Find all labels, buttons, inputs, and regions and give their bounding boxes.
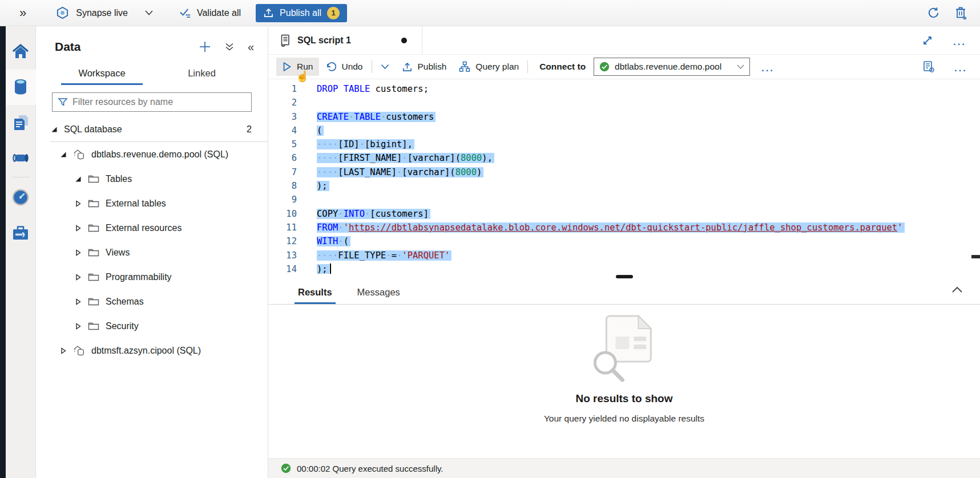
tree-item-label: External tables xyxy=(106,199,166,209)
collapsed-triangle-icon[interactable] xyxy=(74,249,82,256)
query-status-bar: 00:00:02 Query executed successfully. xyxy=(268,458,980,478)
code-line-7[interactable]: 7····[LAST_NAME]·[varchar](8000) xyxy=(268,165,980,179)
toolbar-more-options-icon[interactable]: … xyxy=(760,64,775,70)
chevron-down-icon[interactable] xyxy=(145,10,153,15)
code-token: [LAST_NAME] xyxy=(338,167,397,177)
properties-icon[interactable] xyxy=(923,60,935,73)
code-line-content[interactable] xyxy=(297,193,322,206)
code-line-content[interactable]: WITH·( xyxy=(297,234,350,248)
rail-item-home[interactable] xyxy=(6,34,36,70)
tree-item-dbtlabs-revenue-demo-pool-sql[interactable]: dbtlabs.revenue.demo.pool (SQL) xyxy=(36,142,268,167)
code-line-content[interactable]: ····FILE_TYPE·=·'PARQUET' xyxy=(297,249,451,262)
code-line-6[interactable]: 6····[FIRST_NAME]·[varchar](8000), xyxy=(268,151,980,165)
collapse-results-chevron-icon[interactable] xyxy=(951,286,963,293)
splitter-drag-handle[interactable] xyxy=(616,275,633,278)
code-line-3[interactable]: 3CREATE·TABLE·customers xyxy=(268,110,980,124)
publish-all-button[interactable]: Publish all 1 xyxy=(256,4,347,22)
tab-more-options-icon[interactable]: … xyxy=(952,38,966,43)
tab-messages[interactable]: Messages xyxy=(357,287,400,304)
double-chevron-down-icon[interactable] xyxy=(225,42,234,51)
panel-title: Data xyxy=(55,40,81,54)
rail-item-data[interactable] xyxy=(6,70,36,105)
rail-item-monitor[interactable] xyxy=(6,180,36,215)
undo-button[interactable]: Undo xyxy=(319,58,369,76)
tab-results[interactable]: Results xyxy=(298,287,332,304)
tab-sql-script-1[interactable]: SQL script 1 xyxy=(268,26,422,54)
rail-item-develop[interactable] xyxy=(6,105,36,140)
expanded-triangle-icon[interactable] xyxy=(59,151,67,158)
collapsed-triangle-icon[interactable] xyxy=(74,323,82,330)
tree-item-external-resources[interactable]: External resources xyxy=(36,216,268,240)
code-token: ); xyxy=(317,181,328,191)
expand-editor-icon[interactable] xyxy=(922,35,933,46)
code-line-5[interactable]: 5····[ID]·[bigint], xyxy=(268,137,980,151)
editor-scrollbar-thumb[interactable] xyxy=(971,255,980,258)
tab-workspace[interactable]: Workspace xyxy=(52,63,152,85)
tree-item-views[interactable]: Views xyxy=(36,240,268,265)
code-line-content[interactable]: ); xyxy=(297,179,329,193)
code-line-content[interactable]: ); xyxy=(297,262,331,274)
undo-redo-dropdown[interactable] xyxy=(374,60,396,74)
code-line-content[interactable] xyxy=(297,96,317,110)
add-resource-icon[interactable] xyxy=(199,40,211,53)
collapsed-triangle-icon[interactable] xyxy=(74,225,82,232)
collapsed-triangle-icon[interactable] xyxy=(74,200,82,207)
connect-to-pool-dropdown[interactable]: dbtlabs.revenue.demo.pool xyxy=(594,58,750,76)
refresh-icon[interactable] xyxy=(927,6,940,19)
environment-switcher[interactable]: Synapse live xyxy=(56,6,153,19)
tree-item-security[interactable]: Security xyxy=(36,314,268,338)
code-line-content[interactable]: DROP TABLE customers; xyxy=(297,82,429,96)
folder-icon xyxy=(88,174,99,184)
expanded-triangle-icon[interactable] xyxy=(74,176,82,183)
query-plan-button[interactable]: Query plan xyxy=(453,57,525,76)
code-line-2[interactable]: 2 xyxy=(268,96,980,110)
code-line-13[interactable]: 13····FILE_TYPE·=·'PARQUET' xyxy=(268,249,980,262)
code-line-content[interactable]: CREATE·TABLE·customers xyxy=(297,110,435,124)
code-line-10[interactable]: 10COPY·INTO·[customers] xyxy=(268,207,980,221)
editor-toolbar: Run Undo Publish xyxy=(268,55,980,79)
code-line-1[interactable]: 1DROP TABLE customers; xyxy=(268,82,980,96)
code-line-8[interactable]: 8); xyxy=(268,179,980,193)
collapsed-triangle-icon[interactable] xyxy=(74,298,82,305)
tree-item-dbtmsft-azsyn-cipool-sql[interactable]: dbtmsft.azsyn.cipool (SQL) xyxy=(36,338,268,363)
rail-item-integrate[interactable] xyxy=(6,140,36,176)
code-line-content[interactable]: ····[FIRST_NAME]·[varchar](8000), xyxy=(297,151,494,165)
tree-item-external-tables[interactable]: External tables xyxy=(36,191,268,216)
expand-panel-chevrons-icon[interactable]: » xyxy=(19,7,26,19)
code-line-content[interactable]: FROM·'https://dbtlabsynapsedatalake.blob… xyxy=(297,221,905,234)
code-line-12[interactable]: 12WITH·( xyxy=(268,234,980,248)
code-line-4[interactable]: 4( xyxy=(268,124,980,137)
rail-item-manage[interactable] xyxy=(6,215,36,250)
publish-button[interactable]: Publish xyxy=(396,58,453,76)
code-line-content[interactable]: ····[ID]·[bigint], xyxy=(297,137,414,151)
code-line-9[interactable]: 9 xyxy=(268,193,980,206)
code-token: ···· xyxy=(317,250,338,261)
editor-more-options-icon[interactable]: … xyxy=(953,64,967,70)
run-button[interactable]: Run xyxy=(276,58,319,76)
tree-item-programmability[interactable]: Programmability xyxy=(36,265,268,289)
sql-pool-icon xyxy=(73,345,85,357)
tree-item-sql-database[interactable]: SQL database2 xyxy=(36,117,268,141)
empty-results-subtitle: Your query yielded no displayable result… xyxy=(544,414,704,424)
discard-trash-icon[interactable] xyxy=(955,6,967,19)
code-line-14[interactable]: 14); xyxy=(268,262,980,274)
collapse-panel-icon[interactable]: « xyxy=(248,41,254,52)
line-number: 10 xyxy=(268,207,297,221)
collapsed-triangle-icon[interactable] xyxy=(74,274,82,281)
folder-icon xyxy=(88,321,99,331)
publish-upload-icon xyxy=(263,7,274,18)
tree-item-label: External resources xyxy=(106,223,182,233)
code-line-content[interactable]: ····[LAST_NAME]·[varchar](8000) xyxy=(297,165,483,179)
code-line-content[interactable]: COPY·INTO·[customers] xyxy=(297,207,430,221)
validate-all-button[interactable]: Validate all xyxy=(179,7,241,19)
tab-linked[interactable]: Linked xyxy=(152,63,252,85)
collapsed-triangle-icon[interactable] xyxy=(59,347,67,354)
play-icon xyxy=(283,62,292,72)
tree-item-schemas[interactable]: Schemas xyxy=(36,289,268,314)
expanded-triangle-icon[interactable] xyxy=(50,126,58,133)
tree-item-tables[interactable]: Tables xyxy=(36,167,268,191)
sql-code-editor[interactable]: 1DROP TABLE customers;23CREATE·TABLE·cus… xyxy=(268,79,980,274)
code-line-11[interactable]: 11FROM·'https://dbtlabsynapsedatalake.bl… xyxy=(268,221,980,234)
code-line-content[interactable]: ( xyxy=(297,124,324,137)
filter-resources-input[interactable] xyxy=(72,97,246,107)
